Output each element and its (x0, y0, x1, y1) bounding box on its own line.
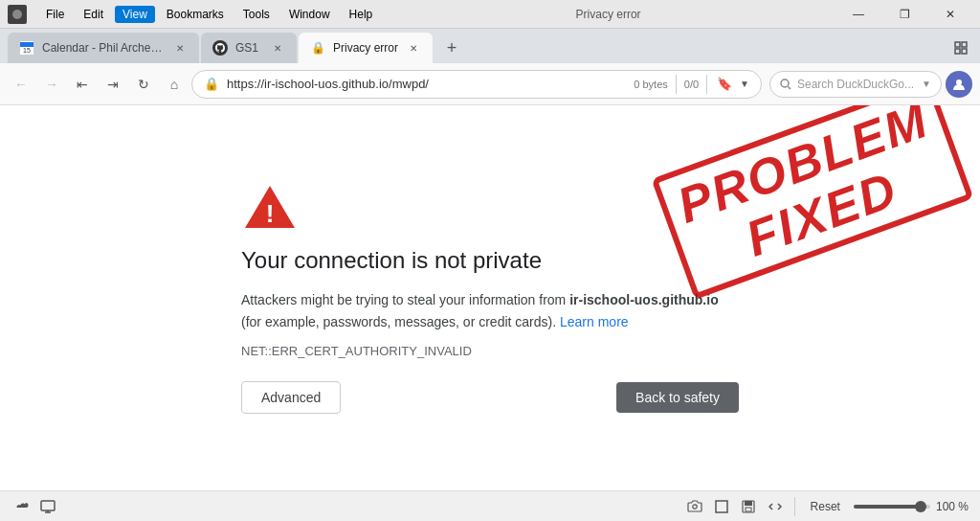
pages-info: 0/0 (684, 79, 699, 90)
window-controls: — ❐ ✕ (836, 0, 972, 29)
menu-window[interactable]: Window (281, 6, 338, 23)
error-desc-part1: Attackers might be trying to steal your … (241, 292, 569, 307)
search-dropdown[interactable]: ▼ (922, 79, 931, 89)
bookmark-dropdown[interactable]: ▼ (740, 79, 749, 89)
divider-2 (706, 75, 707, 94)
address-right: 0 bytes 0/0 🔖 ▼ (634, 75, 749, 94)
svg-rect-2 (962, 42, 967, 47)
svg-rect-17 (746, 508, 751, 511)
svg-rect-10 (41, 501, 55, 510)
tab-privacy-label: Privacy error (333, 41, 398, 55)
svg-rect-1 (955, 42, 960, 47)
advanced-button[interactable]: Advanced (241, 381, 341, 414)
cloud-icon[interactable] (11, 497, 31, 516)
zoom-slider-fill (854, 505, 921, 509)
zoom-level: 100 % (936, 500, 969, 513)
status-left (11, 497, 57, 516)
insecure-lock-icon: 🔒 (204, 77, 219, 91)
display-icon[interactable] (38, 497, 57, 516)
error-code: NET::ERR_CERT_AUTHORITY_INVALID (241, 344, 472, 358)
menu-tools[interactable]: Tools (235, 6, 278, 23)
profile-icon (951, 77, 967, 92)
menu-bar: File Edit View Bookmarks Tools Window He… (38, 6, 380, 23)
zoom-reset-button[interactable]: Reset (805, 498, 846, 515)
error-desc-part2: (for example, passwords, messages, or cr… (241, 314, 560, 329)
error-container: ! Your connection is not private Attacke… (203, 163, 777, 433)
zoom-slider-thumb[interactable] (915, 501, 926, 512)
tab-list-button[interactable] (949, 36, 972, 59)
search-box[interactable]: Search DuckDuckGo... ▼ (769, 71, 942, 98)
tab-calendar-close[interactable]: ✕ (172, 40, 188, 56)
search-icon (780, 79, 791, 90)
menu-bookmarks[interactable]: Bookmarks (159, 6, 232, 23)
title-bar-left: File Edit View Bookmarks Tools Window He… (8, 5, 380, 24)
window-title: Privacy error (380, 8, 836, 21)
forward-button[interactable]: → (38, 71, 65, 98)
warning-triangle-icon: ! (241, 182, 299, 232)
menu-file[interactable]: File (38, 6, 72, 23)
back-button[interactable]: ← (8, 71, 34, 98)
new-tab-button[interactable]: + (438, 34, 465, 61)
menu-view[interactable]: View (115, 6, 155, 23)
tab-calendar[interactable]: 15 Calendar - Phil Archer - Ou... ✕ (8, 33, 199, 63)
menu-help[interactable]: Help (342, 6, 381, 23)
close-button[interactable]: ✕ (928, 0, 972, 29)
profile-button[interactable] (946, 71, 972, 98)
bookmark-button[interactable]: 🔖 (715, 75, 734, 94)
svg-line-6 (789, 86, 791, 89)
calendar-favicon: 15 (19, 40, 34, 56)
save-icon[interactable] (739, 497, 758, 516)
svg-point-5 (781, 79, 789, 87)
error-domain: ir-ischool-uos.github.io (569, 292, 719, 307)
bytes-info: 0 bytes (634, 79, 667, 90)
svg-point-13 (692, 505, 696, 509)
url-text: https://ir-ischool-uos.github.io/mwpd/ (227, 77, 429, 91)
svg-rect-16 (745, 501, 752, 506)
restore-button[interactable]: ❐ (882, 0, 926, 29)
reload-button[interactable]: ↻ (130, 71, 157, 98)
error-description: Attackers might be trying to steal your … (241, 289, 739, 332)
svg-rect-4 (962, 49, 967, 54)
tab-gs1-label: GS1 (235, 41, 262, 55)
divider-1 (676, 75, 677, 94)
menu-edit[interactable]: Edit (76, 6, 111, 23)
address-input[interactable]: 🔒 https://ir-ischool-uos.github.io/mwpd/… (191, 70, 762, 99)
privacy-favicon: 🔒 (310, 40, 325, 56)
address-bar: ← → ⇤ ⇥ ↻ ⌂ 🔒 https://ir-ischool-uos.git… (0, 63, 980, 105)
status-divider (794, 497, 795, 516)
zoom-slider[interactable] (854, 505, 930, 509)
status-right: Reset 100 % (685, 497, 969, 516)
learn-more-link[interactable]: Learn more (560, 314, 629, 329)
button-row: Advanced Back to safety (241, 381, 739, 414)
tab-bar: 15 Calendar - Phil Archer - Ou... ✕ GS1 … (0, 29, 980, 63)
status-bar: Reset 100 % (0, 490, 980, 521)
main-content: ! Your connection is not private Attacke… (0, 105, 980, 490)
svg-rect-3 (955, 49, 960, 54)
code-icon[interactable] (766, 497, 785, 516)
title-bar: File Edit View Bookmarks Tools Window He… (0, 0, 980, 29)
home-button[interactable]: ⌂ (161, 71, 188, 98)
svg-point-0 (12, 10, 22, 19)
minimize-button[interactable]: — (836, 0, 880, 29)
error-title: Your connection is not private (241, 247, 542, 274)
svg-text:!: ! (266, 199, 275, 228)
first-page-button[interactable]: ⇤ (69, 71, 96, 98)
tab-privacy-close[interactable]: ✕ (406, 40, 421, 56)
github-favicon (212, 40, 228, 56)
screen-icon[interactable] (712, 497, 731, 516)
search-placeholder: Search DuckDuckGo... (797, 78, 914, 91)
tab-gs1-close[interactable]: ✕ (270, 40, 285, 56)
back-to-safety-button[interactable]: Back to safety (616, 382, 739, 413)
tab-gs1[interactable]: GS1 ✕ (201, 33, 297, 63)
zoom-control: 100 % (854, 500, 969, 513)
tab-calendar-label: Calendar - Phil Archer - Ou... (42, 41, 165, 55)
svg-rect-14 (716, 501, 727, 512)
camera-icon[interactable] (685, 497, 704, 516)
last-page-button[interactable]: ⇥ (100, 71, 126, 98)
tab-privacy[interactable]: 🔒 Privacy error ✕ (299, 33, 433, 63)
